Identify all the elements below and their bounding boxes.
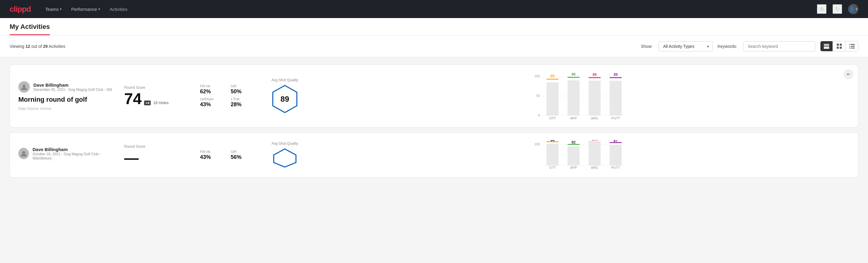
one-putt: 1 Putt 28% <box>231 97 254 108</box>
show-label: Show: <box>641 44 653 49</box>
svg-rect-11 <box>851 46 855 47</box>
refresh-button[interactable]: ↻ <box>833 4 842 14</box>
svg-rect-22 <box>547 83 559 116</box>
round-score-section: Round Score 74 +4 18 Holes <box>124 85 190 107</box>
svg-text:ARG: ARG <box>591 166 598 169</box>
activity-title[interactable]: Morning round of golf <box>18 96 115 104</box>
svg-text:82: 82 <box>571 140 576 144</box>
svg-rect-5 <box>840 43 842 46</box>
svg-rect-12 <box>849 48 850 49</box>
list-full-icon <box>849 44 855 49</box>
svg-text:ARG: ARG <box>591 116 598 120</box>
shot-quality-section: Avg Shot Quality 89 <box>264 78 306 114</box>
svg-text:PUTT: PUTT <box>612 116 620 120</box>
svg-text:APP: APP <box>570 116 577 120</box>
score-display: 74 +4 18 Holes <box>124 91 190 107</box>
activity-card-2: Dave Billingham October 16, 2021 - Gog M… <box>10 133 858 178</box>
shot-quality-label: Avg Shot Quality <box>271 78 298 82</box>
chart-svg-2: 100 94 OTT 82 APP 106 ARG <box>315 140 850 170</box>
svg-point-14 <box>23 85 26 88</box>
avatar <box>18 81 30 93</box>
card-user-2: Dave Billingham October 16, 2021 - Gog M… <box>18 147 115 160</box>
svg-text:0: 0 <box>538 113 540 117</box>
fw-hit: FW Hit 62% <box>200 84 223 95</box>
user-date: December 05, 2021 - Gog Magog Golf Club … <box>33 88 112 92</box>
user-details: Dave Billingham December 05, 2021 - Gog … <box>33 83 112 92</box>
keywords-label: Keywords: <box>718 44 737 49</box>
shot-quality-chart: 100 50 0 85 OTT 90 APP 8 <box>315 72 850 120</box>
activity-type-select-wrapper: All Activity Types <box>659 41 713 52</box>
avatar-2 <box>18 148 29 159</box>
svg-rect-10 <box>849 46 850 47</box>
list-compact-icon <box>824 44 829 49</box>
gir: GIR 50% <box>231 84 254 95</box>
view-toggle-group <box>820 41 858 52</box>
round-score-section-2: Round Score — <box>124 144 190 166</box>
svg-rect-2 <box>824 47 829 48</box>
round-score-label: Round Score <box>124 85 190 90</box>
card-details-grid: FW Hit 62% GIR 50% Up/Down 43% 1 Putt 28… <box>200 84 254 108</box>
svg-text:85: 85 <box>550 74 555 78</box>
svg-text:90: 90 <box>571 72 576 77</box>
score-badge: +4 <box>144 100 151 105</box>
up-down: Up/Down 43% <box>200 97 223 108</box>
card-details-grid-2: FW Hit 43% GIR 56% <box>200 150 254 160</box>
avatar-icon: 👤 <box>849 6 855 12</box>
svg-text:APP: APP <box>570 166 577 169</box>
score-display-2: — <box>124 151 190 166</box>
svg-rect-43 <box>547 144 559 166</box>
svg-text:94: 94 <box>550 140 555 142</box>
activity-card: ✏ Dave Billingham December 05, 2021 - Go… <box>10 64 858 127</box>
user-avatar[interactable]: 👤 ▾ <box>848 4 858 14</box>
svg-rect-34 <box>610 81 622 116</box>
subheader: My Activities <box>0 18 868 35</box>
avatar-chevron-icon: ▾ <box>856 7 858 11</box>
svg-point-38 <box>22 151 25 154</box>
svg-text:OTT: OTT <box>549 166 556 169</box>
svg-text:PUTT: PUTT <box>612 166 620 169</box>
svg-rect-13 <box>851 48 855 49</box>
add-button[interactable]: ⊕ <box>817 4 827 14</box>
svg-text:87: 87 <box>614 140 618 143</box>
nav-performance[interactable]: Performance ▾ <box>71 4 100 14</box>
svg-rect-8 <box>849 44 850 45</box>
user-details-2: Dave Billingham October 16, 2021 - Gog M… <box>32 147 115 160</box>
user-icon-2 <box>21 150 27 157</box>
card-user-info-2: Dave Billingham October 16, 2021 - Gog M… <box>18 147 115 164</box>
filter-bar: Viewing 12 out of 29 Activities Show: Al… <box>0 35 868 57</box>
hexagon-container: 89 <box>271 84 298 114</box>
shot-quality-label-2: Avg Shot Quality <box>271 141 298 146</box>
main-nav: clippd Teams ▾ Performance ▾ Activities … <box>0 0 868 18</box>
svg-text:106: 106 <box>592 140 598 141</box>
search-input[interactable] <box>743 41 815 52</box>
hexagon-container-2 <box>271 147 298 169</box>
grid-icon <box>837 43 842 49</box>
svg-rect-26 <box>567 80 580 116</box>
nav-activities[interactable]: Activities <box>110 4 127 14</box>
svg-text:100: 100 <box>534 142 540 146</box>
svg-text:OTT: OTT <box>549 116 556 120</box>
svg-rect-0 <box>824 44 829 45</box>
svg-marker-39 <box>274 149 296 167</box>
activity-type-select[interactable]: All Activity Types <box>659 41 713 52</box>
teams-chevron-icon: ▾ <box>60 7 62 11</box>
chart-svg: 100 50 0 85 OTT 90 APP 8 <box>315 72 850 120</box>
nav-teams[interactable]: Teams ▾ <box>45 4 62 14</box>
view-grid-button[interactable] <box>833 41 845 51</box>
user-icon <box>21 84 27 90</box>
gir-2: GIR 56% <box>231 150 254 160</box>
svg-rect-30 <box>589 81 600 116</box>
view-compact-button[interactable] <box>820 41 833 51</box>
svg-text:100: 100 <box>534 74 540 78</box>
svg-rect-1 <box>824 46 829 46</box>
svg-rect-47 <box>567 146 580 166</box>
quality-score: 89 <box>281 94 289 104</box>
data-source: Data Source: Arccos <box>18 107 115 111</box>
logo[interactable]: clippd <box>10 4 31 14</box>
svg-text:89: 89 <box>614 72 618 77</box>
round-score-label-2: Round Score <box>124 144 190 149</box>
fw-hit-2: FW Hit 43% <box>200 150 223 160</box>
main-content: ✏ Dave Billingham December 05, 2021 - Go… <box>0 57 868 185</box>
svg-text:50: 50 <box>536 94 540 97</box>
view-list-button[interactable] <box>846 41 858 51</box>
